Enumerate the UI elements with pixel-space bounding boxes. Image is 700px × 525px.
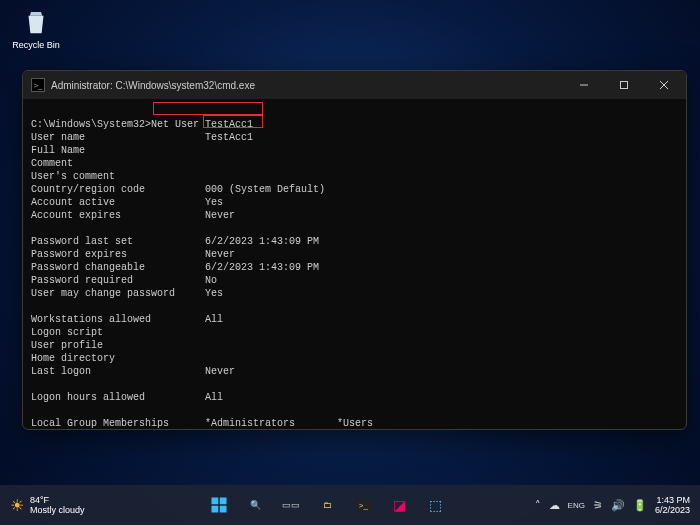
svg-rect-7 [220,506,227,513]
tray-volume-icon[interactable]: 🔊 [611,499,625,512]
window-titlebar[interactable]: >_ Administrator: C:\Windows\system32\cm… [23,71,686,99]
tray-chevron-icon[interactable]: ˄ [535,499,541,512]
close-button[interactable] [644,71,684,99]
desktop-icon-label: Recycle Bin [6,40,66,50]
app-icon: ⬚ [429,497,442,513]
prompt: C:\Windows\System32> [31,119,151,130]
window-title: Administrator: C:\Windows\system32\cmd.e… [51,80,255,91]
recycle-bin-icon [20,6,52,38]
terminal-icon: >_ [356,499,371,512]
taskbar-app-button-2[interactable]: ⬚ [420,490,450,520]
svg-rect-6 [212,506,219,513]
system-tray: ˄ ☁ ENG ⚞ 🔊 🔋 1:43 PM 6/2/2023 [535,495,700,515]
weather-icon: ☀ [10,496,24,515]
terminal-output[interactable]: C:\Windows\System32>Net User TestAcc1 Us… [23,99,686,429]
taskbar-search-button[interactable]: 🔍 [240,490,270,520]
taskbar-terminal-button[interactable]: >_ [348,490,378,520]
annotation-highlight-command [153,102,263,115]
taskview-icon: ▭▭ [282,500,300,510]
desktop-icon-recycle-bin[interactable]: Recycle Bin [6,6,66,50]
taskbar-center: 🔍 ▭▭ 🗀 >_ ◪ ⬚ [120,490,535,520]
taskbar-explorer-button[interactable]: 🗀 [312,490,342,520]
app-icon: ◪ [393,497,406,513]
typed-command: Net User TestAcc1 [151,119,253,130]
start-button[interactable] [204,490,234,520]
tray-language-icon[interactable]: ENG [568,501,585,510]
weather-temp: 84°F [30,495,85,505]
minimize-button[interactable] [564,71,604,99]
clock-date: 6/2/2023 [655,505,690,515]
taskbar-app-button[interactable]: ◪ [384,490,414,520]
weather-desc: Mostly cloudy [30,505,85,515]
search-icon: 🔍 [250,500,261,510]
command-output: User name TestAcc1 Full Name Comment Use… [31,132,373,429]
clock-time: 1:43 PM [655,495,690,505]
tray-battery-icon[interactable]: 🔋 [633,499,647,512]
taskbar: ☀ 84°F Mostly cloudy 🔍 ▭▭ 🗀 >_ ◪ ⬚ ˄ ☁ E… [0,485,700,525]
command-prompt-window: >_ Administrator: C:\Windows\system32\cm… [22,70,687,430]
svg-rect-1 [621,82,628,89]
tray-wifi-icon[interactable]: ⚞ [593,499,603,512]
taskbar-weather-widget[interactable]: ☀ 84°F Mostly cloudy [0,495,120,515]
svg-rect-5 [220,498,227,505]
tray-onedrive-icon[interactable]: ☁ [549,499,560,512]
cmd-icon: >_ [31,78,45,92]
svg-rect-4 [212,498,219,505]
taskbar-taskview-button[interactable]: ▭▭ [276,490,306,520]
maximize-button[interactable] [604,71,644,99]
folder-icon: 🗀 [323,500,332,510]
taskbar-clock[interactable]: 1:43 PM 6/2/2023 [655,495,690,515]
